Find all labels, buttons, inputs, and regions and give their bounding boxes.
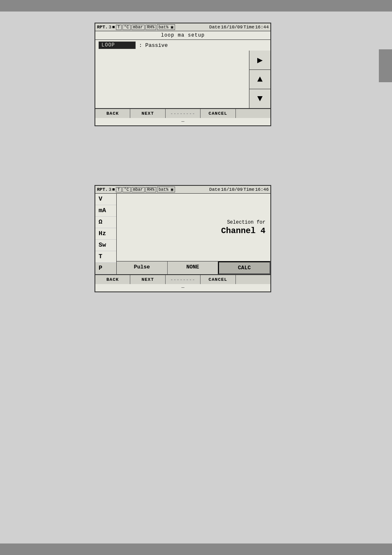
meas-v[interactable]: V bbox=[95, 194, 116, 205]
arrow-right-button[interactable]: ▶ bbox=[249, 51, 270, 70]
mbar-label-2: mbar bbox=[131, 187, 145, 192]
date-label: Date bbox=[209, 25, 220, 30]
c-label: °C bbox=[122, 25, 131, 30]
selection-info: Selection for Channel 4 bbox=[117, 194, 270, 261]
option-none[interactable]: NONE bbox=[168, 261, 219, 274]
status-bar-2: RPT. 3 ■ T °C mbar RH% bat% ▣ Date 16/10… bbox=[95, 186, 270, 194]
rpt-num-2: 3 bbox=[108, 187, 111, 192]
meas-sw[interactable]: Sw bbox=[95, 240, 116, 251]
measurement-list: V mA Ω Hz Sw T P bbox=[95, 194, 117, 274]
meas-ma[interactable]: mA bbox=[95, 205, 116, 217]
meas-t[interactable]: T bbox=[95, 251, 116, 263]
option-pulse[interactable]: Pulse bbox=[117, 261, 168, 274]
bullet: ■ bbox=[112, 25, 115, 30]
rpt-num: 3 bbox=[108, 25, 111, 30]
middle-button-1: -------- bbox=[166, 109, 201, 118]
rpt-label-2: RPT. bbox=[97, 187, 108, 192]
measurement-right-panel: Selection for Channel 4 Pulse NONE CALC bbox=[117, 194, 270, 274]
time-val-2: 16:46 bbox=[255, 187, 269, 192]
rpt-label: RPT. bbox=[97, 25, 108, 30]
screen1-title: loop ma setup bbox=[95, 31, 270, 40]
top-bar bbox=[0, 0, 392, 12]
mbar-label: mbar bbox=[131, 25, 145, 30]
back-button-1[interactable]: BACK bbox=[95, 109, 130, 118]
meas-ohm[interactable]: Ω bbox=[95, 217, 116, 228]
loop-row: LOOP : Passive bbox=[95, 40, 270, 51]
loop-label: LOOP bbox=[99, 42, 136, 49]
meas-p[interactable]: P bbox=[95, 263, 116, 274]
bullet-2: ■ bbox=[112, 187, 115, 192]
cancel-button-1[interactable]: CANCEL bbox=[201, 109, 235, 118]
last-button-1 bbox=[236, 109, 270, 118]
bottom-bar bbox=[0, 543, 392, 555]
right-side-tab bbox=[379, 49, 392, 82]
next-button-1[interactable]: NEXT bbox=[130, 109, 165, 118]
arrow-up-button[interactable]: ▲ bbox=[249, 70, 270, 89]
time-label: Time bbox=[244, 25, 254, 30]
dash-line-1: — bbox=[95, 118, 270, 125]
t-label: T bbox=[116, 25, 122, 30]
button-bar-1: BACK NEXT -------- CANCEL bbox=[95, 108, 270, 118]
bat-icon: ▣ bbox=[171, 25, 173, 30]
arrow-panel: ▶ ▲ ▼ bbox=[249, 51, 270, 108]
bat-label-2: bat% ▣ bbox=[157, 187, 175, 192]
options-row: Pulse NONE CALC bbox=[117, 261, 270, 274]
date-val: 16/10/09 bbox=[221, 25, 243, 30]
screen1-body: ▶ ▲ ▼ bbox=[95, 51, 270, 108]
last-button-2 bbox=[236, 275, 270, 284]
back-button-2[interactable]: BACK bbox=[95, 275, 130, 284]
cancel-button-2[interactable]: CANCEL bbox=[201, 275, 235, 284]
option-calc[interactable]: CALC bbox=[218, 261, 270, 274]
rh-label: RH% bbox=[145, 25, 156, 30]
next-button-2[interactable]: NEXT bbox=[130, 275, 165, 284]
screen2-channel-select: RPT. 3 ■ T °C mbar RH% bat% ▣ Date 16/10… bbox=[95, 185, 271, 292]
arrow-down-button[interactable]: ▼ bbox=[249, 89, 270, 108]
dash-line-2: — bbox=[95, 284, 270, 291]
screen1-content bbox=[95, 51, 249, 108]
bat-label: bat% ▣ bbox=[157, 24, 175, 30]
selection-for-label: Selection for bbox=[227, 220, 265, 225]
bat-icon-2: ▣ bbox=[171, 187, 173, 192]
loop-value: : Passive bbox=[139, 42, 168, 49]
status-bar-1: RPT. 3 ■ T °C mbar RH% bat% ▣ Date 16/10… bbox=[95, 23, 270, 31]
button-bar-2: BACK NEXT -------- CANCEL bbox=[95, 274, 270, 284]
date-val-2: 16/10/09 bbox=[221, 187, 243, 192]
t-label-2: T bbox=[116, 187, 122, 192]
time-val: 16:44 bbox=[255, 25, 269, 30]
measurement-grid: V mA Ω Hz Sw T P Selection for Channel 4… bbox=[95, 194, 270, 274]
time-label-2: Time bbox=[244, 187, 254, 192]
rh-label-2: RH% bbox=[145, 187, 156, 192]
channel-label: Channel 4 bbox=[221, 226, 265, 236]
date-label-2: Date bbox=[209, 187, 220, 192]
screen1-loop-setup: RPT. 3 ■ T °C mbar RH% bat% ▣ Date 16/10… bbox=[95, 23, 271, 126]
meas-hz[interactable]: Hz bbox=[95, 228, 116, 240]
c-label-2: °C bbox=[122, 187, 131, 192]
middle-button-2: -------- bbox=[166, 275, 201, 284]
